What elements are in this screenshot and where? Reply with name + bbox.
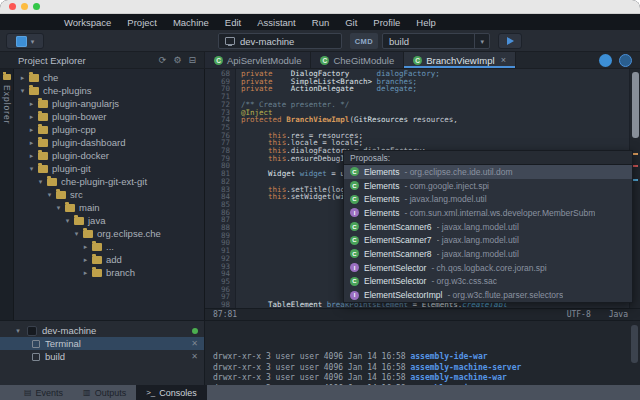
proposal-ElementScanner6[interactable]: CElementScanner6- javax.lang.model.util bbox=[344, 220, 632, 234]
scrollbar-thumb[interactable] bbox=[631, 325, 638, 363]
menu-item-edit[interactable]: Edit bbox=[217, 14, 249, 30]
tree-item-plugin-git[interactable]: ▾plugin-git bbox=[14, 162, 204, 175]
code-editor[interactable]: 6869707172737475767778798081828384858687… bbox=[205, 69, 640, 320]
menu-item-help[interactable]: Help bbox=[408, 14, 444, 30]
expand-arrow[interactable]: ▾ bbox=[27, 165, 36, 173]
tree-item-label: java bbox=[88, 215, 105, 226]
expand-arrow[interactable]: ▸ bbox=[18, 74, 27, 82]
explorer-vertical-tab[interactable]: Explorer bbox=[0, 69, 14, 320]
tree-item-che[interactable]: ▸che bbox=[14, 71, 204, 84]
tree-item-plugin-docker[interactable]: ▸plugin-docker bbox=[14, 149, 204, 162]
tree-item-java[interactable]: ▾java bbox=[14, 214, 204, 227]
expand-arrow[interactable]: ▸ bbox=[27, 113, 36, 121]
tree-item-main[interactable]: ▾main bbox=[14, 201, 204, 214]
help-button[interactable] bbox=[599, 54, 612, 67]
expand-arrow[interactable]: ▾ bbox=[18, 87, 27, 95]
minimize-button[interactable] bbox=[21, 3, 28, 10]
process-terminal[interactable]: Terminal✕ bbox=[0, 337, 204, 350]
bottom-tab-events[interactable]: ▤Events bbox=[14, 385, 73, 400]
bottom-bar: ▤Events▥Outputs>_Consoles bbox=[0, 385, 640, 400]
chevron-down-icon[interactable]: ▾ bbox=[474, 34, 489, 48]
proposal-Elements[interactable]: IElements- com.sun.xml.internal.ws.devel… bbox=[344, 206, 632, 220]
menu-item-machine[interactable]: Machine bbox=[165, 14, 217, 30]
expand-arrow[interactable]: ▾ bbox=[14, 327, 22, 335]
menu-item-run[interactable]: Run bbox=[304, 14, 337, 30]
tab-label: ApiServletModule bbox=[227, 55, 301, 66]
menu-item-project[interactable]: Project bbox=[119, 14, 165, 30]
proposal-ElementSelector[interactable]: IElementSelector- ch.qos.logback.core.jo… bbox=[344, 261, 632, 275]
console-output[interactable]: drwxr-xr-x 3 user user 4096 Jan 14 16:58… bbox=[205, 321, 640, 385]
close-icon[interactable]: × bbox=[501, 55, 506, 65]
expand-arrow[interactable]: ▾ bbox=[36, 178, 45, 186]
editor-tab-BranchViewImpl[interactable]: CBranchViewImpl× bbox=[404, 52, 516, 68]
refresh-icon[interactable]: ⟳ bbox=[159, 55, 167, 65]
expand-arrow[interactable]: ▾ bbox=[72, 230, 81, 238]
workspace-menu-button[interactable]: ▾ bbox=[6, 33, 44, 49]
outputs-icon: ▥ bbox=[83, 388, 91, 397]
code-line: /** Create presenter. */ bbox=[241, 101, 629, 109]
menu-item-workspace[interactable]: Workspace bbox=[56, 14, 119, 30]
tree-item-branch[interactable]: ▸branch bbox=[14, 266, 204, 279]
editor-tab-CheGitModule[interactable]: CCheGitModule bbox=[311, 52, 404, 68]
machine-row[interactable]: ▾ dev-machine bbox=[0, 324, 204, 337]
menu-item-git[interactable]: Git bbox=[337, 14, 365, 30]
annotation-mark bbox=[633, 153, 638, 155]
expand-arrow[interactable]: ▾ bbox=[45, 191, 54, 199]
maximize-button[interactable] bbox=[33, 3, 40, 10]
settings-icon[interactable]: ⚙ bbox=[173, 55, 181, 65]
expand-arrow[interactable]: ▾ bbox=[54, 204, 63, 212]
proposal-Elements[interactable]: CElements- com.google.inject.spi bbox=[344, 179, 632, 193]
expand-arrow[interactable]: ▸ bbox=[27, 139, 36, 147]
tree-item-che-plugins[interactable]: ▾che-plugins bbox=[14, 84, 204, 97]
collapse-all-icon[interactable]: ⊟ bbox=[188, 55, 196, 65]
proposal-ElementSelectorImpl[interactable]: IElementSelectorImpl- org.w3c.flute.pars… bbox=[344, 288, 632, 302]
scrollbar-thumb[interactable] bbox=[632, 72, 639, 138]
tree-item-...[interactable]: ▸... bbox=[14, 240, 204, 253]
class-icon: C bbox=[350, 236, 359, 245]
expand-arrow[interactable]: ▸ bbox=[81, 256, 90, 264]
file-name: assembly-ide-war bbox=[410, 352, 487, 361]
menu-item-profile[interactable]: Profile bbox=[365, 14, 408, 30]
proposal-name: Elements bbox=[364, 194, 399, 204]
tree-item-label: branch bbox=[106, 267, 135, 278]
close-button[interactable] bbox=[9, 3, 16, 10]
tree-item-org.eclipse.che[interactable]: ▾org.eclipse.che bbox=[14, 227, 204, 240]
editor-tab-ApiServletModule[interactable]: CApiServletModule bbox=[205, 52, 311, 68]
expand-arrow[interactable]: ▸ bbox=[27, 126, 36, 134]
proposal-Elements[interactable]: CElements- org.eclipse.che.ide.util.dom bbox=[344, 165, 632, 179]
main-area: Explorer ▸che▾che-plugins▸plugin-angular… bbox=[0, 69, 640, 320]
close-icon[interactable]: ✕ bbox=[191, 339, 198, 348]
expand-arrow[interactable]: ▸ bbox=[81, 269, 90, 277]
tree-item-src[interactable]: ▾src bbox=[14, 188, 204, 201]
command-selector[interactable]: build ▾ bbox=[382, 33, 490, 49]
proposal-ElementScanner8[interactable]: CElementScanner8- javax.lang.model.util bbox=[344, 247, 632, 261]
interface-icon: I bbox=[350, 291, 359, 300]
proposal-ElementScanner7[interactable]: CElementScanner7- javax.lang.model.util bbox=[344, 233, 632, 247]
bottom-tab-label: Consoles bbox=[159, 388, 197, 398]
proposal-ElementSelector[interactable]: CElementSelector- org.w3c.css.sac bbox=[344, 275, 632, 289]
bottom-tab-consoles[interactable]: >_Consoles bbox=[136, 385, 207, 400]
expand-arrow[interactable]: ▸ bbox=[27, 152, 36, 160]
folder-icon bbox=[3, 74, 11, 80]
tree-item-add[interactable]: ▸add bbox=[14, 253, 204, 266]
run-button[interactable] bbox=[498, 33, 522, 49]
tree-item-plugin-cpp[interactable]: ▸plugin-cpp bbox=[14, 123, 204, 136]
code-line: private ActionDelegate delegate; bbox=[241, 85, 629, 93]
tree-item-plugin-bower[interactable]: ▸plugin-bower bbox=[14, 110, 204, 123]
menu-item-assistant[interactable]: Assistant bbox=[249, 14, 304, 30]
process-build[interactable]: build✕ bbox=[0, 350, 204, 363]
close-icon[interactable]: ✕ bbox=[191, 352, 198, 361]
tree-item-che-plugin-git-ext-git[interactable]: ▾che-plugin-git-ext-git bbox=[14, 175, 204, 188]
folder-icon bbox=[38, 139, 48, 147]
expand-arrow[interactable]: ▾ bbox=[63, 217, 72, 225]
tree-item-label: src bbox=[70, 189, 83, 200]
user-button[interactable] bbox=[619, 54, 632, 67]
machine-selector[interactable]: dev-machine bbox=[218, 33, 342, 49]
proposal-Elements[interactable]: CElements- javax.lang.model.util bbox=[344, 192, 632, 206]
tree-item-plugin-dashboard[interactable]: ▸plugin-dashboard bbox=[14, 136, 204, 149]
folder-icon bbox=[38, 126, 48, 134]
bottom-tab-outputs[interactable]: ▥Outputs bbox=[73, 385, 136, 400]
expand-arrow[interactable]: ▸ bbox=[81, 243, 90, 251]
tree-item-plugin-angularjs[interactable]: ▸plugin-angularjs bbox=[14, 97, 204, 110]
expand-arrow[interactable]: ▸ bbox=[27, 100, 36, 108]
